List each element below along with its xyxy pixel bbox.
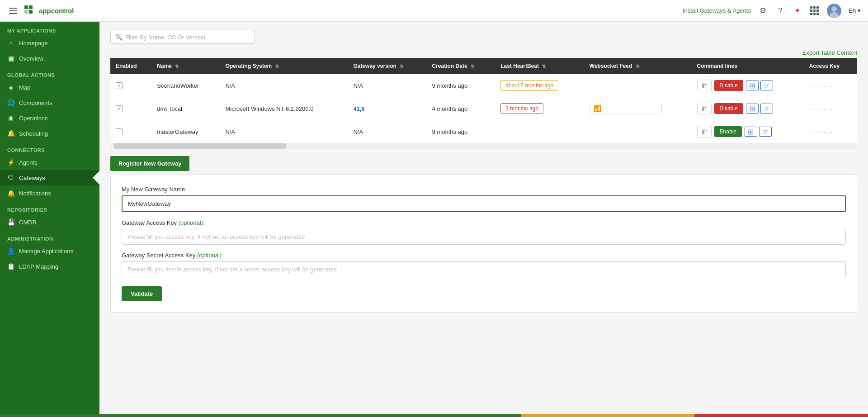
col-version[interactable]: Gateway version ⇅ xyxy=(348,58,426,74)
os-cell: N/A xyxy=(220,74,348,97)
settings-icon[interactable]: ⚙ xyxy=(758,6,768,16)
export-row: Export Table Content xyxy=(110,49,857,56)
svg-point-4 xyxy=(831,6,837,12)
sidebar-item-homepage[interactable]: ⌂ Homepage xyxy=(0,35,99,51)
access-key-cell: ·········· xyxy=(804,74,857,97)
register-new-gateway-button[interactable]: Register New Gateway xyxy=(110,156,189,171)
manage-apps-icon: 👤 xyxy=(7,247,14,255)
filter-input[interactable] xyxy=(125,34,250,41)
linux-icon[interactable]: ☞ xyxy=(760,81,773,90)
section-administration: Administration xyxy=(0,230,99,243)
sidebar-item-map[interactable]: ◈ Map xyxy=(0,80,99,95)
delete-button[interactable]: 🗑 xyxy=(697,80,712,91)
disable-button[interactable]: Disable xyxy=(714,103,743,114)
gateway-name-cell: dmt_local xyxy=(151,97,220,120)
enabled-checkbox[interactable] xyxy=(116,105,123,112)
creation-date-cell: 9 months ago xyxy=(427,74,495,97)
sidebar: My Applications ⌂ Homepage ▦ Overview Gl… xyxy=(0,22,99,414)
col-name[interactable]: Name ⇅ xyxy=(151,58,220,74)
sidebar-item-gateways[interactable]: 🛡 Gateways xyxy=(0,170,99,185)
col-enabled-cell xyxy=(110,74,151,97)
websocket-cell xyxy=(584,74,692,97)
wifi-off-icon: 📶 xyxy=(594,105,601,112)
search-icon: 🔍 xyxy=(115,34,123,41)
col-heartbeat[interactable]: Last HeartBeat ⇅ xyxy=(495,58,584,74)
windows-icon[interactable]: ⊞ xyxy=(745,127,757,137)
col-creation[interactable]: Creation Date ⇅ xyxy=(427,58,495,74)
topnav-left: appcontrol xyxy=(7,5,74,17)
sidebar-item-components[interactable]: 🌐 Components xyxy=(0,95,99,110)
os-icons: ⊞ ☞ xyxy=(746,81,773,90)
ldap-icon: 📋 xyxy=(7,263,14,270)
gateway-name-input[interactable] xyxy=(122,195,846,212)
os-cell: Microsoft Windows NT 6.2.9200.0 xyxy=(220,97,348,120)
enable-button[interactable]: Enable xyxy=(714,126,742,137)
secret-key-input[interactable] xyxy=(122,261,846,277)
help-icon[interactable]: ? xyxy=(775,6,785,16)
section-connectors: Connectors xyxy=(0,141,99,155)
delete-button[interactable]: 🗑 xyxy=(697,126,712,137)
home-icon: ⌂ xyxy=(7,39,14,47)
export-link[interactable]: Export Table Content xyxy=(802,49,857,56)
col-enabled-cell xyxy=(110,120,151,143)
form-group-secret-key: Gateway Secret Access Key (optional): xyxy=(122,252,846,277)
form-group-name: My New Gateway Name xyxy=(122,186,846,212)
col-access-key: Access Key xyxy=(804,58,857,74)
disable-button[interactable]: Disable xyxy=(714,80,743,91)
grid-apps-icon[interactable] xyxy=(810,6,820,16)
websocket-cell xyxy=(584,120,692,143)
validate-button[interactable]: Validate xyxy=(122,286,162,301)
windows-icon[interactable]: ⊞ xyxy=(746,81,759,90)
access-key-cell: ·········· xyxy=(804,97,857,120)
linux-icon[interactable]: ☞ xyxy=(759,127,772,137)
scheduling-icon: 🔔 xyxy=(7,130,14,137)
bottom-bar xyxy=(0,414,868,417)
sidebar-item-scheduling[interactable]: 🔔 Scheduling xyxy=(0,126,99,141)
language-selector[interactable]: EN ▾ xyxy=(849,7,861,14)
secret-key-label: Gateway Secret Access Key (optional): xyxy=(122,252,846,259)
gateways-table: Enabled Name ⇅ Operating System ⇅ Gatewa… xyxy=(110,58,857,143)
logo-icon xyxy=(24,5,36,17)
sidebar-item-overview[interactable]: ▦ Overview xyxy=(0,51,99,66)
table-body: ScenarioWorkerN/AN/A9 months agoabout 2 … xyxy=(110,74,857,143)
table-scrollbar[interactable] xyxy=(110,143,857,149)
heartbeat-badge: 3 months ago xyxy=(500,103,543,114)
col-websocket[interactable]: Websocket Feed ⇅ xyxy=(584,58,692,74)
table-header: Enabled Name ⇅ Operating System ⇅ Gatewa… xyxy=(110,58,857,74)
user-avatar[interactable] xyxy=(827,4,841,18)
sidebar-item-cmdb[interactable]: 💾 CMDB xyxy=(0,214,99,230)
sidebar-item-notifications[interactable]: 🔔 Notifications xyxy=(0,185,99,201)
os-icons: ⊞ ☞ xyxy=(746,104,773,114)
active-indicator xyxy=(93,171,99,185)
gateway-name-cell: masterGateway xyxy=(151,120,220,143)
linux-icon[interactable]: ☞ xyxy=(760,104,773,114)
delete-button[interactable]: 🗑 xyxy=(697,103,712,114)
access-key-cell: ·········· xyxy=(804,120,857,143)
access-key-dots: ·········· xyxy=(809,129,833,135)
install-link[interactable]: Install Gateways & Agents xyxy=(683,7,751,14)
action-cell: 🗑Enable ⊞ ☞ xyxy=(692,120,804,143)
access-key-input[interactable] xyxy=(122,229,846,245)
heartbeat-badge: about 2 months ago xyxy=(500,80,558,91)
enabled-checkbox[interactable] xyxy=(116,128,123,135)
form-group-access-key: Gateway Access Key (optional): xyxy=(122,219,846,245)
table-row: dmt_localMicrosoft Windows NT 6.2.9200.0… xyxy=(110,97,857,120)
hamburger-menu[interactable] xyxy=(7,6,19,16)
access-key-dots: ·········· xyxy=(809,83,833,89)
sidebar-item-operations[interactable]: ◉ Operations xyxy=(0,110,99,126)
name-label: My New Gateway Name xyxy=(122,186,846,193)
topnav: appcontrol Install Gateways & Agents ⚙ ?… xyxy=(0,0,868,22)
sidebar-item-agents[interactable]: ⚡ Agents xyxy=(0,155,99,170)
svg-rect-1 xyxy=(29,5,33,9)
col-commands: Command lines xyxy=(692,58,804,74)
operations-icon: ◉ xyxy=(7,114,14,122)
agents-icon: ⚡ xyxy=(7,159,14,166)
sidebar-item-ldap-mapping[interactable]: 📋 LDAP Mapping xyxy=(0,259,99,274)
svg-point-5 xyxy=(830,12,839,18)
os-icons: ⊞ ☞ xyxy=(745,127,772,137)
col-os[interactable]: Operating System ⇅ xyxy=(220,58,348,74)
slack-icon[interactable]: ✦ xyxy=(793,6,802,16)
enabled-checkbox[interactable] xyxy=(116,82,123,89)
sidebar-item-manage-applications[interactable]: 👤 Manage Applications xyxy=(0,243,99,259)
windows-icon[interactable]: ⊞ xyxy=(746,104,759,114)
